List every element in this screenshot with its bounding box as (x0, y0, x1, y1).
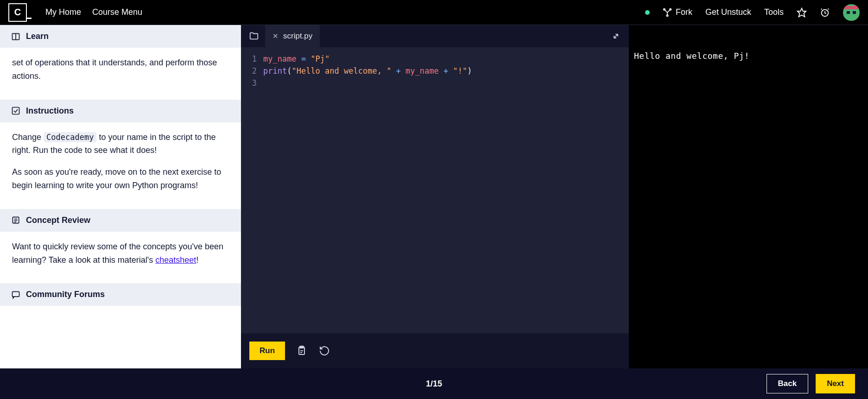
refresh-icon (319, 345, 330, 356)
top-nav-right: Fork Get Unstuck Tools (645, 4, 860, 21)
timer-button[interactable] (820, 7, 830, 18)
nav-my-home[interactable]: My Home (45, 7, 81, 17)
run-button[interactable]: Run (249, 342, 285, 360)
instr-pre: Change (12, 133, 44, 142)
lesson-panel[interactable]: Learn set of operations that it understa… (0, 25, 241, 368)
expand-icon (611, 32, 621, 41)
code-line: print("Hello and welcome, " + my_name + … (263, 65, 629, 77)
instruction-p1: Change Codecademy to your name in the sc… (12, 131, 229, 158)
main-area: Learn set of operations that it understa… (0, 25, 868, 368)
concept-text: Want to quickly review some of the conce… (12, 240, 229, 267)
reset-button[interactable] (317, 344, 331, 358)
terminal-panel[interactable]: Hello and welcome, Pj! (629, 25, 868, 368)
editor-toolbar: Run (241, 333, 629, 368)
svg-point-1 (670, 8, 671, 10)
instruction-p2: As soon as you're ready, move on to the … (12, 165, 229, 192)
topbar: C My Home Course Menu Fork Get Unstuck T… (0, 0, 868, 25)
learn-body: set of operations that it understands, a… (0, 48, 241, 100)
top-nav-left: My Home Course Menu (45, 7, 142, 17)
book-icon (11, 32, 20, 41)
instructions-section-header: Instructions (0, 100, 241, 122)
tab-label: script.py (283, 32, 312, 41)
line-number: 1 (241, 53, 257, 65)
code-line (263, 77, 629, 89)
concept-post: ! (196, 255, 198, 265)
fork-button[interactable]: Fork (663, 7, 692, 17)
file-tree-button[interactable] (245, 27, 263, 45)
svg-rect-13 (13, 108, 19, 114)
check-icon (11, 106, 20, 115)
concept-header-label: Concept Review (26, 215, 90, 225)
editor-panel: ✕ script.py 1 2 3 my_name = "Pj" print("… (241, 25, 629, 368)
forums-header-label: Community Forums (26, 290, 105, 299)
svg-rect-9 (847, 11, 850, 14)
learn-text-fragment: set of operations that it understands, a… (12, 56, 229, 83)
line-gutter: 1 2 3 (241, 53, 263, 333)
progress-indicator: 1/15 (426, 379, 442, 389)
svg-rect-10 (853, 11, 856, 14)
chat-icon (11, 290, 20, 299)
svg-marker-3 (798, 8, 806, 16)
next-button[interactable]: Next (816, 374, 855, 393)
logo[interactable]: C (8, 3, 27, 22)
get-unstuck-button[interactable]: Get Unstuck (705, 7, 751, 17)
line-number: 2 (241, 65, 257, 77)
connection-status-icon (645, 10, 650, 15)
concept-body: Want to quickly review some of the conce… (0, 232, 241, 284)
list-icon (11, 215, 20, 225)
svg-rect-7 (855, 5, 858, 6)
back-button[interactable]: Back (767, 374, 809, 393)
nav-course-menu[interactable]: Course Menu (92, 7, 142, 17)
code-content[interactable]: my_name = "Pj" print("Hello and welcome,… (263, 53, 629, 333)
cheatsheet-link[interactable]: cheatsheet (155, 255, 196, 265)
terminal-output: Hello and welcome, Pj! (634, 51, 863, 61)
code-line: my_name = "Pj" (263, 53, 629, 65)
clock-icon (820, 7, 830, 18)
clipboard-icon (296, 345, 307, 356)
nav-buttons: Back Next (767, 374, 855, 393)
tab-script-py[interactable]: ✕ script.py (265, 25, 320, 47)
bottom-bar: 1/15 Back Next (0, 368, 868, 399)
learn-section-header: Learn (0, 25, 241, 48)
tools-button[interactable]: Tools (764, 7, 784, 17)
community-forums-header: Community Forums (0, 283, 241, 306)
editor-tabs: ✕ script.py (241, 25, 629, 47)
folder-icon (249, 31, 259, 41)
bookmark-button[interactable] (797, 7, 807, 18)
close-icon[interactable]: ✕ (272, 32, 279, 40)
instr-code: Codecademy (44, 132, 96, 142)
concept-review-header: Concept Review (0, 209, 241, 232)
svg-rect-18 (13, 291, 19, 297)
learn-header-label: Learn (26, 32, 49, 41)
star-icon (797, 7, 807, 18)
fork-icon (663, 8, 672, 17)
avatar[interactable] (843, 4, 860, 21)
instructions-header-label: Instructions (26, 106, 74, 116)
code-editor[interactable]: 1 2 3 my_name = "Pj" print("Hello and we… (241, 47, 629, 333)
avatar-icon (843, 5, 859, 20)
fork-label: Fork (676, 7, 692, 17)
svg-rect-6 (845, 5, 848, 6)
forums-body (0, 306, 241, 324)
copy-button[interactable] (294, 344, 308, 358)
svg-point-0 (664, 8, 665, 10)
instructions-body: Change Codecademy to your name in the sc… (0, 122, 241, 209)
expand-editor-button[interactable] (607, 32, 625, 41)
line-number: 3 (241, 77, 257, 89)
svg-point-2 (666, 15, 668, 16)
svg-rect-8 (843, 6, 859, 9)
